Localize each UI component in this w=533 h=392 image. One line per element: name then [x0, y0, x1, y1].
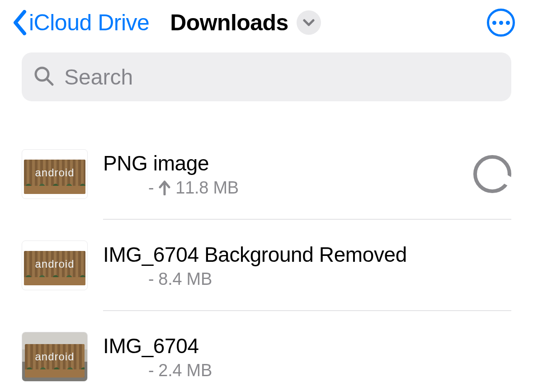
file-list: androidPNG image-11.8 MBandroidIMG_6704 … — [0, 101, 533, 392]
chevron-down-icon — [297, 10, 321, 35]
upload-arrow-icon — [158, 180, 171, 195]
file-row[interactable]: androidPNG image-11.8 MB — [0, 137, 533, 210]
search-icon — [33, 66, 54, 88]
divider — [103, 310, 511, 311]
ellipsis-icon — [492, 21, 496, 25]
more-options-button[interactable] — [487, 9, 515, 37]
file-text: IMG_6704 Background Removed-8.4 MB — [103, 242, 513, 289]
ellipsis-icon — [506, 21, 510, 25]
file-size: 11.8 MB — [175, 178, 238, 198]
divider — [103, 219, 511, 220]
nav-bar: iCloud Drive Downloads — [0, 0, 533, 43]
search-input[interactable] — [64, 65, 500, 90]
file-row[interactable]: androidIMG_6704 Background Removed-8.4 M… — [0, 229, 533, 301]
file-meta: -8.4 MB — [103, 269, 513, 289]
file-thumbnail: android — [22, 241, 88, 290]
file-name: IMG_6704 — [103, 334, 513, 358]
chevron-left-icon — [12, 10, 27, 35]
back-label: iCloud Drive — [29, 9, 149, 36]
folder-title-button[interactable]: Downloads — [170, 9, 321, 36]
search-container — [0, 43, 533, 101]
file-size: 2.4 MB — [158, 361, 212, 380]
file-name: IMG_6704 Background Removed — [103, 242, 513, 267]
file-size: 8.4 MB — [158, 269, 212, 289]
file-meta: -2.4 MB — [103, 361, 513, 380]
file-name: PNG image — [103, 151, 466, 175]
svg-line-1 — [47, 79, 52, 85]
file-meta: -11.8 MB — [103, 178, 466, 198]
file-row[interactable]: androidIMG_6704-2.4 MB — [0, 320, 533, 392]
sync-progress-icon — [473, 155, 511, 193]
file-text: PNG image-11.8 MB — [103, 151, 466, 198]
file-text: IMG_6704-2.4 MB — [103, 334, 513, 380]
file-thumbnail: android — [22, 149, 88, 199]
ellipsis-icon — [499, 21, 503, 25]
file-thumbnail: android — [22, 332, 88, 382]
page-title: Downloads — [170, 9, 288, 36]
back-button[interactable]: iCloud Drive — [12, 9, 149, 36]
search-field[interactable] — [22, 52, 511, 101]
